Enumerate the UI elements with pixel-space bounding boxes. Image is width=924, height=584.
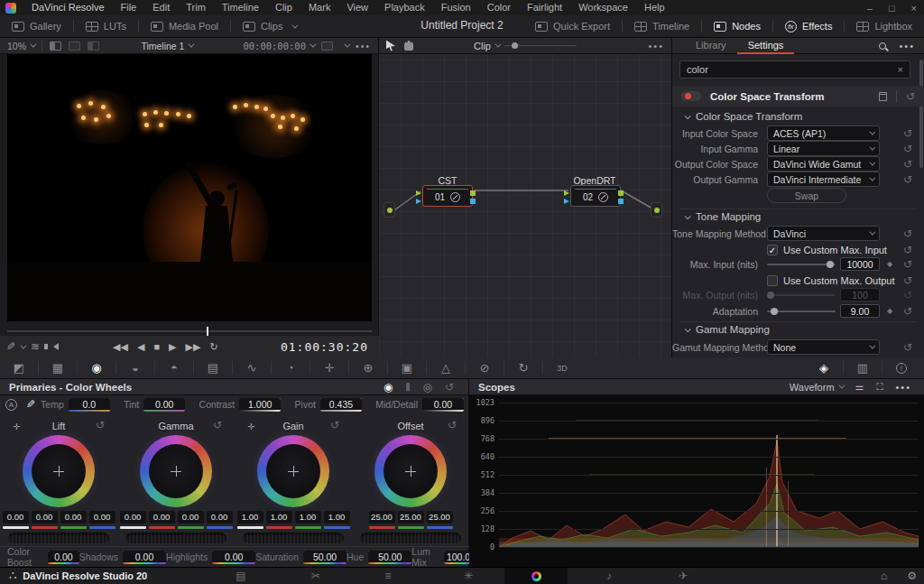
max-input-slider[interactable]: [767, 264, 836, 265]
grab-still-icon[interactable]: ✎: [6, 340, 15, 353]
control-value[interactable]: 50.00: [368, 551, 411, 564]
gain-master-wheel[interactable]: [243, 533, 344, 544]
wheel-value[interactable]: 0.00: [32, 511, 58, 524]
corrector-node-01[interactable]: 01: [422, 185, 473, 207]
reset-icon[interactable]: ↺: [903, 144, 912, 154]
control-value[interactable]: 0.00: [123, 551, 166, 564]
wheel-value[interactable]: 0.00: [60, 511, 87, 524]
overlay-icon[interactable]: [321, 42, 333, 51]
search-icon[interactable]: [879, 42, 886, 50]
menu-timeline[interactable]: Timeline: [214, 0, 267, 15]
white-balance-picker-icon[interactable]: ✎: [26, 398, 35, 411]
viewer-options-icon[interactable]: •••: [356, 41, 371, 51]
node-options-icon[interactable]: •••: [648, 41, 664, 51]
tracker-icon[interactable]: ⊕: [349, 361, 387, 375]
lift-master-wheel[interactable]: [8, 533, 109, 544]
wheel-value[interactable]: 0.00: [89, 511, 116, 524]
menu-file[interactable]: File: [113, 0, 145, 15]
menu-playback[interactable]: Playback: [376, 0, 433, 15]
gamut-method-dropdown[interactable]: None: [767, 339, 880, 355]
viewer-zoom-select[interactable]: 10%: [7, 41, 34, 51]
wheel-value[interactable]: 25.00: [369, 511, 395, 524]
reset-icon[interactable]: ↺: [903, 174, 912, 185]
inspector-options-icon[interactable]: •••: [899, 41, 915, 51]
page-media-icon[interactable]: ▤: [226, 568, 256, 584]
adjustment-value[interactable]: 0.00: [422, 398, 464, 412]
page-fairlight-icon[interactable]: ♪: [594, 568, 624, 584]
maximize-icon[interactable]: □: [889, 3, 895, 14]
reset-icon[interactable]: ↺: [903, 342, 912, 353]
page-edit-icon[interactable]: ≡: [373, 568, 403, 584]
scope-options-icon[interactable]: •••: [895, 382, 911, 393]
goto-end-icon[interactable]: ▶▶: [186, 341, 201, 353]
reset-icon[interactable]: ↺: [213, 420, 222, 431]
curves-icon[interactable]: ∿: [233, 361, 271, 375]
color-bars-mode-icon[interactable]: ⫴: [405, 381, 410, 394]
wheel-value[interactable]: 0.00: [3, 511, 29, 524]
stop-icon[interactable]: ■: [153, 341, 160, 352]
output-node[interactable]: [651, 202, 662, 218]
goto-start-icon[interactable]: ◀◀: [113, 341, 128, 353]
use-custom-max-input-checkbox[interactable]: ✓: [767, 245, 778, 255]
tone-method-dropdown[interactable]: DaVinci: [767, 226, 880, 241]
single-clip-icon[interactable]: [50, 42, 61, 51]
split-screen-icon[interactable]: [88, 42, 99, 51]
log-wheels-mode-icon[interactable]: ◎: [422, 381, 431, 394]
menu-help[interactable]: Help: [636, 0, 673, 15]
reset-icon[interactable]: ↺: [448, 420, 457, 431]
wheel-crosshair[interactable]: [53, 466, 64, 477]
gamma-wheel[interactable]: [140, 435, 212, 507]
color-match-icon[interactable]: ▦: [39, 361, 77, 375]
lightbox-button[interactable]: Lightbox: [845, 15, 924, 38]
reset-icon[interactable]: ↺: [903, 245, 912, 255]
output-gamma-dropdown[interactable]: DaVinci Intermediate: [767, 171, 880, 187]
color-wheels-icon[interactable]: ◉: [78, 361, 116, 375]
page-deliver-icon[interactable]: ✈: [668, 568, 698, 584]
effects-search-box[interactable]: ×: [679, 60, 910, 79]
swap-button[interactable]: Swap: [767, 188, 846, 203]
tab-library[interactable]: Library: [685, 38, 737, 54]
input-color-space-dropdown[interactable]: ACES (AP1): [767, 125, 880, 141]
auto-balance-icon[interactable]: A: [5, 399, 17, 411]
play-reverse-icon[interactable]: ◀: [137, 341, 144, 353]
menu-color[interactable]: Color: [479, 0, 519, 15]
menu-clip[interactable]: Clip: [267, 0, 300, 15]
wheel-value[interactable]: 0.00: [120, 511, 146, 524]
luts-button[interactable]: LUTs: [74, 15, 138, 38]
wheel-value[interactable]: 25.00: [427, 511, 453, 524]
delete-plugin-icon[interactable]: [879, 92, 887, 101]
adjustment-value[interactable]: 0.0: [69, 398, 110, 412]
project-settings-gear-icon[interactable]: ⚙: [907, 568, 917, 584]
tab-settings[interactable]: Settings: [737, 38, 795, 54]
keyframes-icon[interactable]: ◈: [805, 361, 843, 375]
menu-app[interactable]: DaVinci Resolve: [23, 0, 113, 15]
media-pool-button[interactable]: Media Pool: [139, 15, 230, 38]
audio-mute-icon[interactable]: [53, 343, 59, 350]
scopes-icon[interactable]: ▥: [844, 361, 882, 375]
hdr-grade-icon[interactable]: ◒: [116, 361, 154, 375]
lift-wheel[interactable]: [23, 435, 95, 507]
power-window-icon[interactable]: ✛: [310, 361, 348, 375]
clips-button[interactable]: Clips: [231, 15, 308, 38]
reset-icon[interactable]: ↺: [96, 420, 105, 431]
section-tone-mapping[interactable]: Tone Mapping: [681, 211, 761, 222]
output-color-space-dropdown[interactable]: DaVinci Wide Gamut: [767, 156, 880, 171]
menu-mark[interactable]: Mark: [300, 0, 338, 15]
source-node[interactable]: [383, 202, 395, 218]
minimize-icon[interactable]: –: [867, 3, 873, 14]
adaptation-value[interactable]: 9.00: [840, 304, 880, 318]
viewer-scrub-bar[interactable]: [7, 327, 372, 336]
keyframe-icon[interactable]: ◆: [887, 307, 892, 315]
node-mode-select[interactable]: Clip: [474, 41, 499, 51]
viewer-timecode-top[interactable]: 00:00:00:00: [243, 41, 314, 51]
node-zoom-slider[interactable]: [504, 45, 577, 46]
reset-icon[interactable]: ↺: [903, 259, 912, 270]
blur-icon[interactable]: △: [427, 361, 465, 375]
input-gamma-dropdown[interactable]: Linear: [767, 141, 880, 156]
stereo-3d-icon[interactable]: 3D: [543, 364, 581, 373]
magic-mask-icon[interactable]: ▣: [388, 361, 426, 375]
close-icon[interactable]: ×: [911, 3, 917, 14]
wipe-modes-icon[interactable]: ≋: [31, 340, 40, 353]
wheel-value[interactable]: 1.00: [324, 511, 350, 524]
rgb-mixer-icon[interactable]: ◓: [155, 361, 193, 375]
